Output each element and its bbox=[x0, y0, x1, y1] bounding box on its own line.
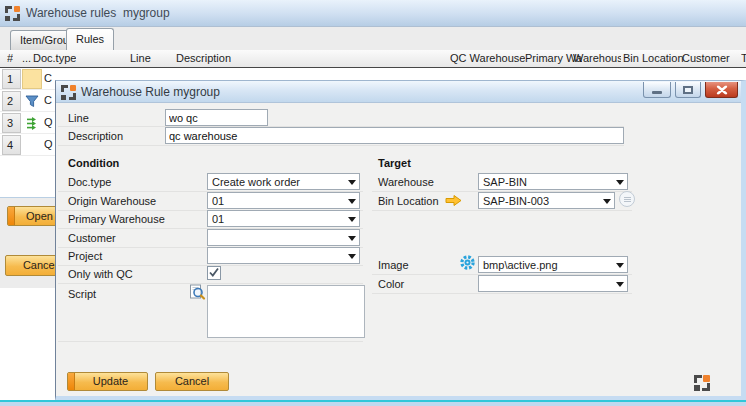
origin-warehouse-label: Origin Warehouse bbox=[68, 195, 156, 207]
blue-gear-icon[interactable] bbox=[459, 254, 476, 273]
minimize-icon bbox=[652, 91, 662, 94]
project-combo[interactable] bbox=[207, 247, 360, 264]
color-combo[interactable] bbox=[478, 275, 628, 292]
warehouse-rule-dialog: Warehouse Rule mygroup Line Description bbox=[55, 80, 746, 401]
row-status-cell-selected[interactable] bbox=[22, 69, 42, 89]
orange-link-arrow-icon[interactable] bbox=[445, 194, 462, 209]
col-header-dots[interactable]: ... bbox=[22, 52, 31, 64]
app-icon bbox=[5, 6, 20, 21]
close-icon bbox=[716, 85, 727, 94]
customer-combo[interactable] bbox=[207, 229, 360, 246]
row-status-cell[interactable] bbox=[22, 91, 42, 111]
line-label: Line bbox=[68, 112, 89, 124]
dialog-title: Warehouse Rule mygroup bbox=[81, 85, 220, 99]
chevron-down-icon bbox=[616, 180, 624, 185]
bin-location-list-button[interactable] bbox=[619, 191, 635, 207]
customer-label: Customer bbox=[68, 232, 116, 244]
only-with-qc-checkbox[interactable] bbox=[207, 266, 221, 280]
col-header-warehouse[interactable]: Warehous bbox=[573, 52, 621, 64]
row-number-cell[interactable]: 1 bbox=[2, 69, 21, 89]
grid-header-row: # ... Doc.type Line Description QC Wareh… bbox=[0, 50, 746, 68]
row-divider bbox=[372, 293, 632, 294]
condition-heading: Condition bbox=[68, 157, 119, 169]
green-double-arrow-icon bbox=[25, 117, 39, 130]
chevron-down-icon bbox=[616, 263, 624, 268]
primary-warehouse-combo[interactable]: 01 bbox=[207, 210, 360, 227]
statusbar-strip bbox=[0, 402, 746, 406]
dialog-content: Line Description Condition Doc.type Crea… bbox=[56, 103, 741, 396]
row-number-cell[interactable]: 3 bbox=[2, 113, 21, 133]
chevron-down-icon bbox=[603, 199, 611, 204]
origin-warehouse-combo[interactable]: 01 bbox=[207, 192, 360, 209]
sap-resize-grip-icon[interactable] bbox=[694, 375, 710, 391]
row-number-cell[interactable]: 2 bbox=[2, 91, 21, 111]
bin-location-combo[interactable]: SAP-BIN-003 bbox=[478, 192, 615, 209]
row-number-cell[interactable]: 4 bbox=[2, 135, 21, 155]
col-header-number[interactable]: # bbox=[7, 52, 13, 64]
screen: Warehouse rules mygroup Item/Group Rules… bbox=[0, 0, 746, 406]
doc-type-combo[interactable]: Create work order bbox=[207, 173, 360, 190]
image-combo[interactable]: bmp\active.png bbox=[478, 256, 628, 273]
tab-rules[interactable]: Rules bbox=[66, 28, 114, 50]
color-label: Color bbox=[378, 278, 404, 290]
row-divider bbox=[58, 283, 363, 284]
col-header-line[interactable]: Line bbox=[130, 52, 151, 64]
filter-funnel-icon bbox=[25, 95, 39, 108]
target-heading: Target bbox=[378, 157, 411, 169]
only-with-qc-label: Only with QC bbox=[68, 268, 133, 280]
description-input[interactable] bbox=[165, 127, 624, 144]
primary-warehouse-label: Primary Warehouse bbox=[68, 213, 165, 225]
col-header-description[interactable]: Description bbox=[176, 52, 231, 64]
chevron-down-icon bbox=[616, 282, 624, 287]
row-divider bbox=[372, 210, 632, 211]
col-header-qc-warehouse[interactable]: QC Warehouse bbox=[450, 52, 525, 64]
script-textarea[interactable] bbox=[207, 285, 365, 338]
dialog-titlebar[interactable]: Warehouse Rule mygroup bbox=[56, 81, 741, 103]
col-header-bin-location[interactable]: Bin Location bbox=[623, 52, 684, 64]
minimize-button[interactable] bbox=[643, 82, 671, 98]
col-header-doctype[interactable]: Doc.type bbox=[33, 52, 76, 64]
update-button[interactable]: Update bbox=[67, 372, 148, 391]
row-status-cell[interactable] bbox=[22, 113, 42, 133]
chevron-down-icon bbox=[348, 180, 356, 185]
warehouse-combo[interactable]: SAP-BIN bbox=[478, 173, 628, 190]
background-window-title: Warehouse rules mygroup bbox=[26, 6, 170, 20]
chevron-down-icon bbox=[348, 254, 356, 259]
close-button[interactable] bbox=[705, 82, 738, 98]
cancel-button[interactable]: Cancel bbox=[155, 372, 229, 391]
restore-button[interactable] bbox=[675, 82, 701, 98]
col-header-customer[interactable]: Customer bbox=[682, 52, 730, 64]
restore-icon bbox=[683, 86, 693, 94]
col-header-truncated[interactable]: T bbox=[741, 52, 746, 64]
chevron-down-icon bbox=[348, 199, 356, 204]
image-label: Image bbox=[378, 259, 409, 271]
checkmark-icon bbox=[208, 267, 220, 278]
row-divider bbox=[58, 145, 624, 146]
chevron-down-icon bbox=[348, 217, 356, 222]
row-status-cell[interactable] bbox=[22, 135, 42, 155]
dialog-app-icon bbox=[61, 85, 76, 100]
project-label: Project bbox=[68, 250, 102, 262]
script-label: Script bbox=[68, 288, 96, 300]
doc-type-label: Doc.type bbox=[68, 176, 111, 188]
chevron-down-icon bbox=[348, 236, 356, 241]
bin-location-label: Bin Location bbox=[378, 195, 439, 207]
circle-list-icon bbox=[624, 197, 631, 198]
description-label: Description bbox=[68, 130, 123, 142]
tab-row: Item/Group Rules bbox=[0, 27, 746, 50]
line-input[interactable] bbox=[165, 109, 268, 126]
row-divider bbox=[58, 341, 363, 342]
warehouse-label: Warehouse bbox=[378, 176, 434, 188]
document-magnifier-icon[interactable] bbox=[189, 284, 206, 303]
background-window-titlebar[interactable]: Warehouse rules mygroup bbox=[0, 0, 746, 27]
